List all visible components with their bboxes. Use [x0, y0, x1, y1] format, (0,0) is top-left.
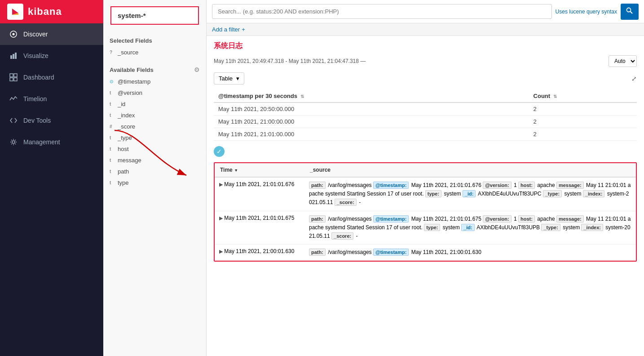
result-time: ▶ May 11th 2021, 21:01:01.675 [215, 211, 304, 245]
histogram-col-time[interactable]: @timestamp per 30 seconds ⇅ [214, 90, 529, 102]
field-type-t4: t [110, 135, 115, 140]
dashboard-icon [9, 73, 18, 82]
field-score[interactable]: # _score [103, 121, 206, 132]
date-range-bar: May 11th 2021, 20:49:47.318 - May 11th 2… [214, 55, 637, 67]
field-label: @timestamp: [373, 249, 409, 256]
search-button[interactable] [621, 4, 639, 20]
view-dropdown[interactable]: Table ▾ [214, 72, 244, 85]
view-label: Table [219, 75, 233, 82]
field-value: /var/log/messages [326, 182, 373, 188]
field-id[interactable]: t _id [103, 98, 206, 110]
histogram-time: May 11th 2021, 21:00:00.000 [214, 116, 529, 128]
index-pattern[interactable]: system-* [110, 6, 199, 25]
gear-icon[interactable]: ⚙ [194, 66, 200, 73]
sidebar-item-dashboard[interactable]: Dashboard [0, 67, 103, 88]
expand-icon[interactable]: ⤢ [631, 75, 637, 82]
sidebar-item-devtools[interactable]: Dev Tools [0, 110, 103, 131]
field-message[interactable]: t message [103, 155, 206, 166]
selected-fields-title: Selected Fields [103, 33, 206, 47]
kibana-logo-text: kibana [28, 6, 62, 18]
svg-point-1 [13, 33, 15, 36]
toggle-expand-button[interactable]: ✓ [214, 146, 225, 157]
field-value: tarted Session 17 of user root. [350, 224, 424, 231]
field-label: message: [556, 215, 584, 222]
field-value: PB [533, 224, 541, 231]
field-type-t8: t [110, 180, 115, 185]
field-label: type: [424, 224, 440, 231]
field-label: message: [556, 182, 584, 189]
sidebar-item-discover[interactable]: Discover [0, 23, 103, 45]
field-name: _source [118, 49, 138, 56]
source-content: path: /var/log/messages @timestamp: May … [309, 182, 631, 205]
svg-rect-2 [10, 55, 12, 59]
histogram-row[interactable]: May 11th 2021, 21:00:00.0002 [214, 116, 637, 128]
expand-row-button[interactable]: ▶ [219, 249, 223, 254]
sidebar-item-management[interactable]: Management [0, 131, 103, 153]
kibana-logo-icon [7, 4, 23, 20]
field-label: _index: [583, 190, 605, 197]
devtools-icon [9, 116, 18, 125]
field-name: host [118, 146, 129, 152]
field-name: @version [118, 89, 142, 96]
sidebar-item-timelion-label: Timelion [23, 95, 47, 102]
svg-point-9 [12, 141, 15, 143]
histogram-count: 2 [529, 116, 637, 128]
field-type2[interactable]: t type [103, 177, 206, 188]
search-input[interactable] [212, 4, 552, 19]
svg-rect-5 [10, 74, 13, 77]
field-type-t7: t [110, 169, 115, 174]
results-col-time[interactable]: Time ▼ [215, 163, 304, 177]
histogram-table: @timestamp per 30 seconds ⇅ Count ⇅ May … [214, 90, 637, 141]
sidebar-item-devtools-label: Dev Tools [23, 117, 51, 124]
histogram-col-count[interactable]: Count ⇅ [529, 90, 637, 102]
histogram-row[interactable]: May 11th 2021, 20:50:00.0002 [214, 102, 637, 116]
field-label: @version: [483, 215, 512, 222]
sidebar-item-visualize[interactable]: Visualize [0, 45, 103, 67]
field-label: host: [518, 215, 535, 222]
field-version[interactable]: t @version [103, 87, 206, 98]
field-type-badge: ? [110, 50, 115, 55]
sidebar-item-timelion[interactable]: Timelion [0, 88, 103, 110]
field-value: 1 [512, 216, 518, 222]
expand-row-button[interactable]: ▶ [219, 182, 223, 187]
field-value: May 11th 2021, 21:00:01.630 [410, 249, 481, 255]
field-source[interactable]: ? _source [103, 47, 206, 58]
field-type[interactable]: t _type [103, 132, 206, 143]
management-icon [9, 138, 18, 147]
field-type-t: t [110, 90, 115, 95]
field-label: _score: [331, 232, 353, 240]
view-selector: Table ▾ ⤢ [214, 72, 637, 85]
field-name: _score [118, 123, 135, 130]
svg-rect-6 [14, 74, 17, 77]
field-label: _id: [463, 190, 476, 197]
field-index[interactable]: t _index [103, 110, 206, 121]
svg-line-12 [631, 11, 633, 13]
field-value: /var/log/messages [326, 249, 373, 255]
field-label: @timestamp: [373, 215, 409, 222]
field-value: system [563, 191, 583, 197]
field-label: _type: [541, 224, 560, 231]
field-label: path: [309, 215, 326, 222]
field-value: May 11th 2021, 21:01:01.676 [410, 182, 483, 188]
field-label: _index: [581, 224, 603, 231]
lucene-link[interactable]: Uses lucene query syntax [556, 9, 617, 15]
content-area: 系统日志 May 11th 2021, 20:49:47.318 - May 1… [207, 36, 644, 356]
available-fields-title: Available Fields [110, 67, 154, 73]
histogram-row[interactable]: May 11th 2021, 21:01:00.0002 [214, 128, 637, 141]
field-name: _type [118, 134, 132, 141]
field-value: tarting Session 17 of user root. [350, 191, 425, 197]
results-section: Time ▼ _source ▶ May 11th 2021, 21:01:01… [214, 162, 637, 262]
field-path[interactable]: t path [103, 166, 206, 177]
field-timestamp[interactable]: ⊙ @timestamp [103, 76, 206, 87]
expand-row-button[interactable]: ▶ [219, 215, 223, 221]
field-host[interactable]: t host [103, 143, 206, 155]
dropdown-arrow-icon: ▾ [236, 75, 239, 82]
add-filter-button[interactable]: Add a filter + [212, 26, 245, 33]
field-type-t5: t [110, 147, 115, 151]
field-name: message [118, 157, 141, 164]
auto-select[interactable]: Auto [609, 55, 637, 67]
field-label: _score: [335, 199, 357, 206]
count-sort-icon: ⇅ [553, 94, 557, 99]
field-label: @timestamp: [373, 182, 409, 189]
field-label: _type: [543, 190, 562, 197]
